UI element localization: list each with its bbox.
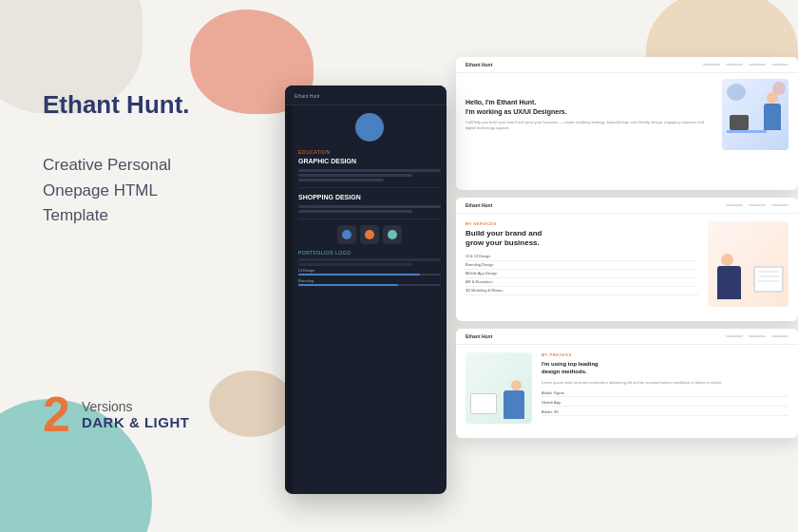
template-dark: Ethant Hunt Education GRAPHIC DESIGN SHO… [285,86,446,494]
dark-logo: Ethant Hunt [294,93,437,99]
brand-title: Ethant Hunt. [43,90,271,120]
lt-nav-dot-3 [749,64,766,66]
figure-head-methods [511,380,522,390]
lt-services-title: Build your brand andgrow your business. [466,229,698,249]
board-line-1 [758,271,779,273]
lt-hero-header: Ethant Hunt [456,57,798,73]
dark-icon-row [298,225,441,244]
figure-head-services [721,254,733,266]
lt-methods-text: MY PROCESS I'm using top leadingdesign m… [542,352,788,416]
lt-tool-2: Sketch App [542,399,788,407]
desk-illus [727,130,767,133]
dark-divider-1 [298,187,441,188]
tagline: Creative Personal Onepage HTML Template [43,153,271,228]
lt-tool-3: Adobe XD [542,408,788,416]
light-previews: Ethant Hunt Hello, I'm Ethant Hunt.I'm w… [456,57,798,513]
lt-services-nav-2 [749,204,766,206]
figure-body-services [717,266,741,299]
left-panel: Ethant Hunt. Creative Personal Onepage H… [43,90,271,439]
lt-services-logo: Ethant Hunt [466,202,492,208]
lt-hero-nav [703,64,788,66]
screen-bot-illus [470,393,497,414]
lt-services-header: Ethant Hunt [456,198,798,214]
lt-hero-illustration [722,79,788,150]
dark-icon-inner-1 [342,230,352,239]
blob-blue-sm [727,84,746,101]
version-label: Versions [82,399,190,414]
tagline-line2: Onepage HTML [43,179,271,203]
dark-bar-4 [298,205,441,208]
dark-bar-1 [298,169,441,172]
dark-shopping-label: SHOPPING DESIGN [298,194,441,200]
board-line-2 [758,276,779,277]
template-light-services: Ethant Hunt MY SERVICES Build your brand… [456,198,798,321]
dark-icon-3 [383,225,402,244]
lt-services-nav-1 [726,204,743,206]
dark-education-label: Education [298,149,441,155]
dark-sidebar-layout: Education GRAPHIC DESIGN SHOPPING DESIGN… [285,105,446,491]
dark-graphic-label: GRAPHIC DESIGN [298,158,441,164]
lt-methods-nav-1 [726,335,743,337]
dark-skill-label-2: Branding [298,278,441,283]
dark-skill-track-1 [298,274,441,276]
lt-methods-nav-3 [771,335,788,337]
dark-skill-track-2 [298,284,441,286]
dark-bar-7 [298,263,412,266]
dark-bar-2 [298,174,412,177]
preview-area: Ethant Hunt Education GRAPHIC DESIGN SHO… [285,57,798,513]
lt-services-nav-3 [771,204,788,206]
lt-nav-dot-1 [703,64,720,66]
tagline-line3: Template [43,203,271,228]
template-light-hero: Ethant Hunt Hello, I'm Ethant Hunt.I'm w… [456,57,798,190]
person-body-illus [764,104,781,130]
dark-skill-1: UI Design [298,268,441,276]
dark-portfolio-label: Portfolios Logo [298,250,441,256]
lt-methods-nav [726,335,788,337]
lt-methods-header: Ethant Hunt [456,329,798,345]
lt-services-content: MY SERVICES Build your brand andgrow you… [456,214,798,314]
version-number: 2 [43,390,70,439]
brand-name-regular: Ethant [43,90,126,119]
lt-hero-text: Hello, I'm Ethant Hunt.I'm working as UX… [466,98,714,132]
version-text: Versions DARK & LIGHT [82,399,190,430]
dark-profile-circle [355,113,384,142]
lt-service-list: UI & UI Design Branding Design Mobile Ap… [466,253,698,295]
lt-hero-logo: Ethant Hunt [466,62,492,67]
board-line-3 [758,280,779,282]
lt-methods-illustration [466,352,532,424]
lt-service-item-5: 3D Modeling & Motion [466,287,698,295]
template-light-methods: Ethant Hunt MY PROCESS I'm using top lea… [456,329,798,438]
board-illus [753,266,784,293]
lt-services-nav [726,204,788,206]
lt-services-illustration [708,221,788,307]
lt-methods-nav-2 [749,335,766,337]
dark-skill-2: Branding [298,278,441,286]
dark-skill-fill-1 [298,274,420,276]
lt-hero-content: Hello, I'm Ethant Hunt.I'm working as UX… [456,73,798,156]
lt-tool-1: Adobe Figma [542,390,788,397]
dark-bar-3 [298,179,384,181]
dark-icon-1 [337,225,356,244]
figure-body-methods [504,390,524,419]
dark-icon-inner-3 [388,230,397,239]
version-row: 2 Versions DARK & LIGHT [43,390,271,439]
person-head-illus [767,92,778,104]
lt-methods-logo: Ethant Hunt [466,333,492,339]
dark-nav [285,105,293,491]
tagline-line1: Creative Personal [43,153,271,178]
lt-services-text: MY SERVICES Build your brand andgrow you… [466,221,698,295]
lt-tools-list: Adobe Figma Sketch App Adobe XD [542,390,788,416]
lt-services-tag: MY SERVICES [466,221,698,226]
lt-nav-dot-2 [726,64,743,66]
lt-methods-content: MY PROCESS I'm using top leadingdesign m… [456,345,798,431]
lt-methods-title: I'm using top leadingdesign methods. [542,360,788,376]
version-modes: DARK & LIGHT [82,414,190,430]
dark-icon-2 [360,225,379,244]
lt-service-item-4: AR & Illustration [466,278,698,287]
dark-divider-2 [298,218,441,219]
dark-icon-inner-2 [365,230,374,239]
dark-skill-fill-2 [298,284,398,286]
lt-service-item-2: Branding Design [466,261,698,270]
lt-methods-tag: MY PROCESS [542,352,788,357]
lt-hero-sub: I will help you build your brand and gro… [466,120,714,131]
